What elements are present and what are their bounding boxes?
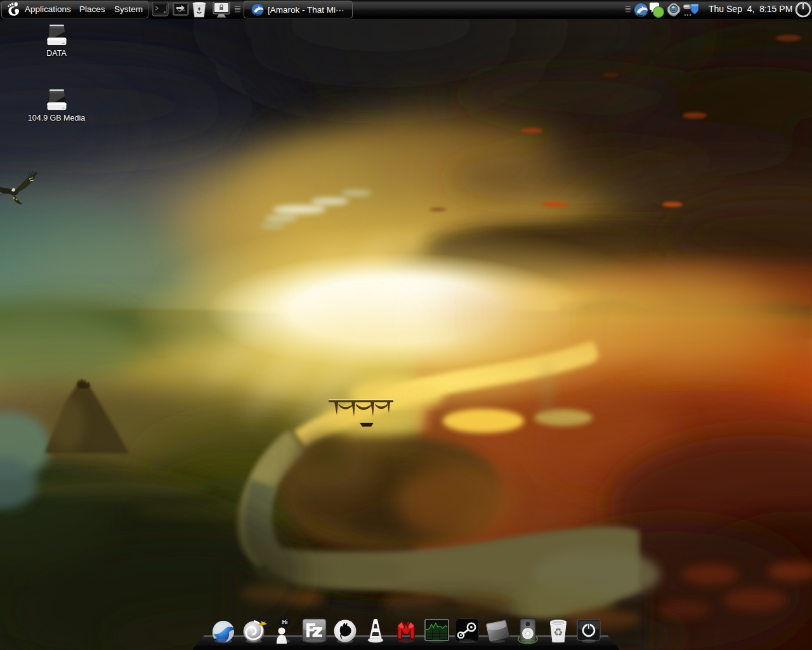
svg-text:Hi: Hi	[282, 619, 288, 625]
